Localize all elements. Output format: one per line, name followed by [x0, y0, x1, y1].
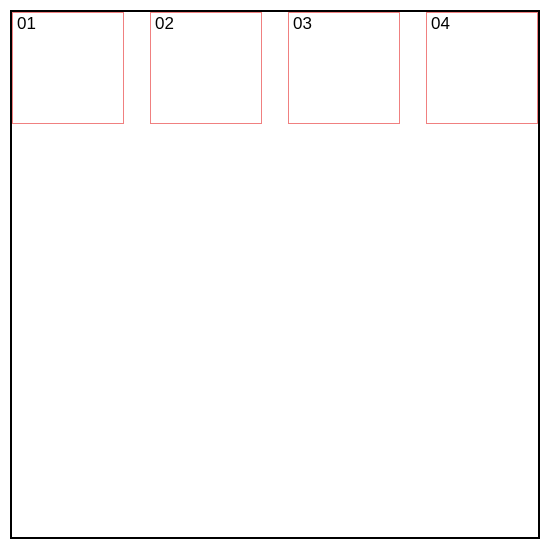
box-04: 04: [426, 12, 538, 124]
box-02: 02: [150, 12, 262, 124]
box-label: 01: [17, 14, 36, 33]
box-01: 01: [12, 12, 124, 124]
box-label: 03: [293, 14, 312, 33]
box-label: 02: [155, 14, 174, 33]
box-label: 04: [431, 14, 450, 33]
box-03: 03: [288, 12, 400, 124]
outer-container: 01 02 03 04: [10, 10, 540, 539]
box-row: 01 02 03 04: [12, 12, 538, 124]
